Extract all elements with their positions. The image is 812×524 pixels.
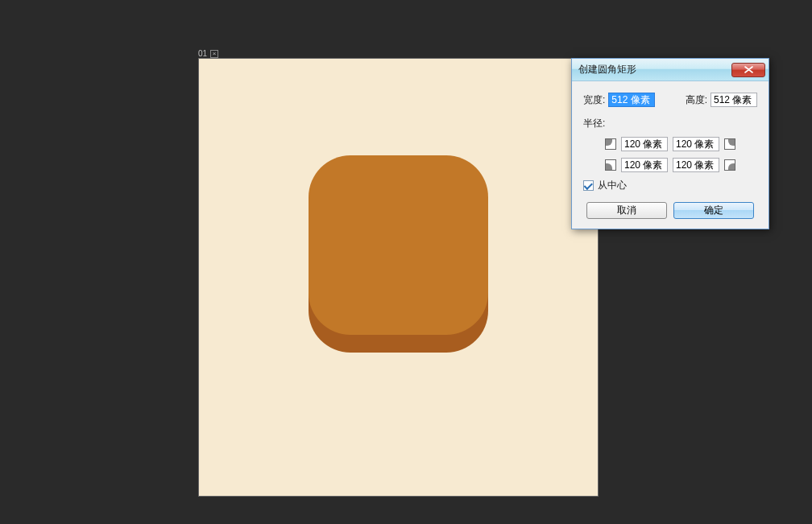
corner-top-right-icon[interactable] [724,138,735,150]
close-icon [744,66,753,73]
radius-bottom-right-input[interactable] [673,158,719,172]
corner-bottom-left-icon[interactable] [605,159,616,171]
height-label: 高度: [686,93,707,107]
cancel-button-label: 取消 [617,204,636,217]
dialog-button-row: 取消 确定 [583,202,757,219]
canvas-window [198,58,599,497]
dimensions-row: 宽度: 高度: [583,93,757,107]
radius-top-left-input[interactable] [621,137,668,151]
rounded-rect-shape[interactable] [309,155,488,335]
ok-button[interactable]: 确定 [673,202,754,219]
dialog-titlebar[interactable]: 创建圆角矩形 [572,59,768,81]
document-tab-label: 01 [198,49,207,58]
cancel-button[interactable]: 取消 [586,202,667,219]
from-center-row: 从中心 [583,179,757,192]
width-input[interactable] [608,93,655,107]
close-tab-icon[interactable]: × [210,50,218,58]
radius-top-row [583,137,757,151]
width-label: 宽度: [583,93,605,107]
canvas-artboard[interactable] [199,59,598,496]
radius-bottom-row [583,158,757,172]
corner-top-left-icon[interactable] [605,138,616,150]
radius-label: 半径: [583,117,757,130]
document-tab[interactable]: 01 × [198,49,218,58]
dialog-title: 创建圆角矩形 [578,63,636,76]
create-rounded-rect-dialog: 创建圆角矩形 宽度: 高度: 半径: [571,58,769,229]
dialog-close-button[interactable] [731,63,765,77]
height-input[interactable] [710,93,757,107]
radius-bottom-left-input[interactable] [621,158,668,172]
ok-button-label: 确定 [704,204,723,217]
from-center-label: 从中心 [598,179,627,192]
from-center-checkbox[interactable] [583,180,594,191]
dialog-body: 宽度: 高度: 半径: 从中心 取消 [572,81,768,229]
corner-bottom-right-icon[interactable] [724,159,735,171]
radius-top-right-input[interactable] [673,137,719,151]
